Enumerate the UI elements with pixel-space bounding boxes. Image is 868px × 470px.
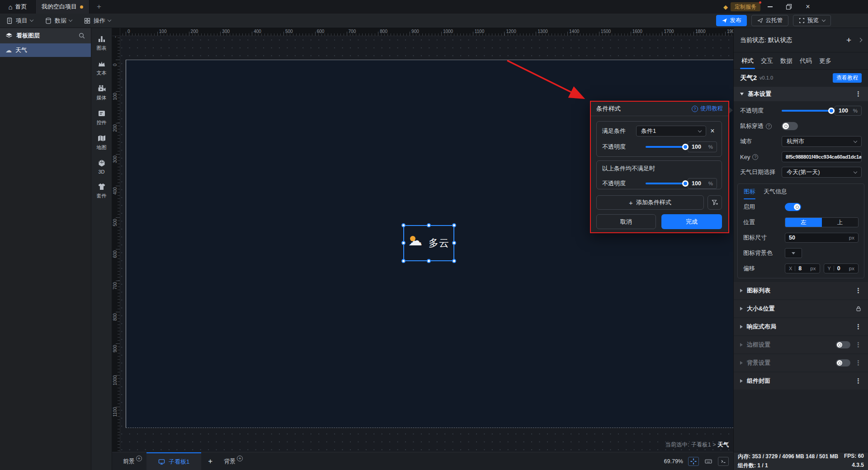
view-tutorial-button[interactable]: 查看教程 [833, 73, 862, 83]
fallback-opacity-slider[interactable] [646, 183, 685, 184]
confirm-button[interactable]: 完成 [661, 214, 722, 229]
tab-home[interactable]: 首页 [0, 0, 35, 14]
icon-bg-color-dropdown[interactable] [785, 248, 802, 258]
resize-handle-ne[interactable] [452, 223, 456, 227]
opacity-slider[interactable] [646, 146, 685, 148]
layer-item-weather[interactable]: 天气 [0, 43, 91, 57]
remove-condition-button[interactable] [708, 127, 717, 135]
partly-cloudy-icon [408, 236, 425, 250]
menu-data[interactable]: 数据 [39, 14, 78, 28]
kebab-menu-icon[interactable] [855, 377, 862, 385]
preview-button[interactable]: 预览 [793, 15, 831, 26]
custom-service-badge[interactable]: 定制服务 [731, 2, 760, 11]
restore-button[interactable] [779, 0, 798, 14]
kebab-menu-icon[interactable] [855, 287, 862, 295]
toolbox-item-map[interactable]: 地图 [97, 134, 107, 151]
position-left-option[interactable]: 左 [785, 218, 822, 227]
resize-handle-sw[interactable] [401, 259, 406, 263]
background-tab[interactable]: 背景 [219, 452, 247, 470]
icon-size-input[interactable]: 50 px [785, 233, 859, 243]
filter-add-icon [711, 199, 718, 206]
offset-y-input[interactable]: Y 0 px [824, 263, 859, 273]
section-icon-list[interactable]: 图标列表 [734, 282, 868, 299]
toolbox-item-media[interactable]: 媒体 [97, 84, 107, 101]
workspace[interactable]: 多云 [120, 36, 733, 452]
toolbox-item-kit[interactable]: 套件 [97, 182, 107, 199]
kebab-menu-icon[interactable] [855, 323, 862, 331]
weather-widget[interactable]: 多云 [403, 225, 454, 261]
section-responsive-layout[interactable]: 响应式布局 [734, 318, 868, 335]
tab-style[interactable]: 样式 [741, 57, 754, 65]
offset-x-input[interactable]: X 8 px [785, 263, 820, 273]
toolbox-item-control[interactable]: 控件 [97, 109, 107, 126]
basic-settings-header[interactable]: 基本设置 [734, 87, 868, 101]
opacity-input[interactable]: 100 % [835, 106, 862, 116]
search-icon[interactable] [78, 32, 85, 39]
fallback-opacity-input[interactable]: 100 % [688, 178, 717, 189]
city-select[interactable]: 杭州市 [782, 136, 862, 147]
tab-icon[interactable]: 图标 [744, 188, 755, 196]
slider-knob[interactable] [828, 108, 835, 114]
toolbox-item-chart[interactable]: 图表 [97, 34, 107, 52]
console-button[interactable] [718, 457, 729, 466]
resize-handle-se[interactable] [452, 259, 456, 263]
section-border-settings[interactable]: 边框设置 [734, 336, 868, 353]
toolbox-item-text[interactable]: 文本 [97, 59, 107, 76]
cloud-hosting-button[interactable]: 云托管 [751, 15, 789, 26]
add-background-icon[interactable] [237, 456, 243, 461]
filter-add-button[interactable] [708, 195, 722, 210]
key-input[interactable]: 8f5c988801f49cc934ca60ad1dc1a1 [782, 151, 862, 162]
foreground-tab[interactable]: 前景 [118, 452, 146, 470]
add-state-button[interactable] [846, 36, 851, 44]
toolbox-item-3d[interactable]: 3D [97, 159, 106, 174]
fit-screen-button[interactable] [688, 457, 699, 466]
close-button[interactable] [798, 0, 817, 14]
add-condition-button[interactable]: 添加条件样式 [596, 195, 704, 210]
lock-icon[interactable] [855, 306, 862, 312]
minimize-button[interactable] [760, 0, 779, 14]
resize-handle-n[interactable] [427, 223, 431, 227]
shortcut-keys-button[interactable] [703, 457, 714, 466]
new-tab-button[interactable]: + [90, 0, 108, 14]
slider-knob[interactable] [682, 180, 689, 187]
subboard-tab-active[interactable]: 子看板1 [146, 452, 201, 470]
mouse-through-toggle[interactable] [782, 122, 798, 130]
chevron-right-icon[interactable] [858, 38, 863, 42]
weather-date-select[interactable]: 今天(第一天) [782, 167, 862, 178]
kebab-menu-icon[interactable] [855, 341, 862, 349]
add-foreground-icon[interactable] [136, 456, 142, 461]
condition-select[interactable]: 条件1 [636, 126, 706, 136]
tab-weather-info[interactable]: 天气信息 [764, 188, 787, 196]
opacity-input[interactable]: 100 % [688, 141, 717, 152]
resize-handle-s[interactable] [427, 259, 431, 263]
tab-project[interactable]: 我的空白项目 [35, 0, 90, 14]
position-top-option[interactable]: 上 [822, 218, 859, 227]
cancel-button[interactable]: 取消 [596, 214, 656, 229]
tab-data[interactable]: 数据 [780, 57, 793, 65]
kebab-menu-icon[interactable] [855, 359, 862, 367]
opacity-slider[interactable] [782, 110, 831, 112]
slider-knob[interactable] [682, 144, 689, 150]
enable-toggle[interactable] [785, 203, 801, 211]
opacity-label: 不透明度 [602, 143, 626, 151]
kebab-menu-icon[interactable] [855, 90, 862, 98]
section-background-settings[interactable]: 背景设置 [734, 354, 868, 371]
section-size-position[interactable]: 大小&位置 [734, 300, 868, 317]
border-toggle[interactable] [836, 341, 850, 348]
resize-handle-e[interactable] [452, 241, 456, 245]
zoom-percent[interactable]: 69.79% [664, 458, 683, 465]
tab-more[interactable]: 更多 [819, 57, 832, 65]
publish-button[interactable]: 发布 [716, 15, 747, 26]
background-toggle[interactable] [836, 359, 850, 367]
add-board-button[interactable]: + [201, 452, 219, 470]
section-component-cover[interactable]: 组件封面 [734, 372, 868, 390]
menu-operation[interactable]: 操作 [78, 14, 117, 28]
tutorial-link[interactable]: ? 使用教程 [692, 105, 723, 113]
px-unit: px [810, 266, 816, 271]
tab-interaction[interactable]: 交互 [760, 57, 774, 65]
titlebar: 首页 我的空白项目 + 定制服务 [0, 0, 868, 14]
resize-handle-w[interactable] [401, 241, 406, 245]
menu-project[interactable]: 项目 [0, 14, 39, 28]
resize-handle-nw[interactable] [401, 223, 406, 227]
tab-code[interactable]: 代码 [799, 57, 812, 65]
